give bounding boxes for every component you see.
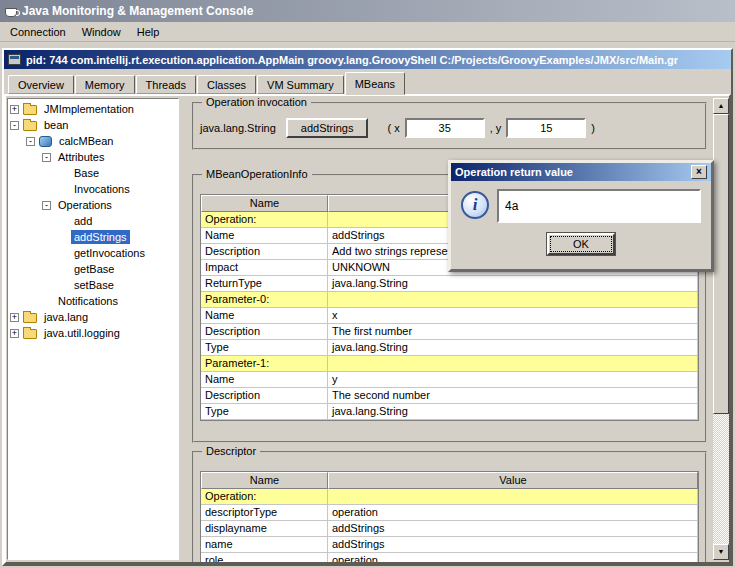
descriptor-group: Descriptor NameValueOperation:descriptor… xyxy=(192,451,707,562)
collapse-icon[interactable]: - xyxy=(42,153,51,162)
scroll-down-arrow[interactable]: ▼ xyxy=(713,544,729,560)
tab-overview[interactable]: Overview xyxy=(8,75,74,94)
table-row[interactable]: displaynameaddStrings xyxy=(201,521,698,537)
descriptor-table: NameValueOperation:descriptorTypeoperati… xyxy=(200,471,699,562)
table-row[interactable]: descriptorTypeoperation xyxy=(201,505,698,521)
table-row[interactable]: Namex xyxy=(201,308,698,324)
tree-item-add[interactable]: add xyxy=(8,213,178,229)
descriptor-title: Descriptor xyxy=(202,445,260,457)
tab-memory[interactable]: Memory xyxy=(75,75,135,94)
return-value-field[interactable] xyxy=(497,189,701,223)
tree-item-notifications[interactable]: Notifications xyxy=(8,293,178,309)
table-row[interactable]: DescriptionThe second number xyxy=(201,388,698,404)
tree-item-addstrings[interactable]: addStrings xyxy=(8,229,178,245)
param-y-input[interactable] xyxy=(506,118,586,138)
tree-spacer xyxy=(58,281,67,290)
vertical-scrollbar[interactable]: ▲ ▼ xyxy=(713,98,729,560)
tree-indent xyxy=(8,205,40,206)
info-icon xyxy=(461,191,489,219)
folder-icon xyxy=(23,313,37,323)
tree-item-java-lang[interactable]: +java.lang xyxy=(8,309,178,325)
addstrings-invoke-button-label: addStrings xyxy=(301,122,354,134)
column-header-value[interactable]: Value xyxy=(328,472,698,489)
table-row[interactable]: DescriptionThe first number xyxy=(201,324,698,340)
tree-spacer xyxy=(42,297,51,306)
cell-value: y xyxy=(328,372,698,388)
dialog-close-icon[interactable] xyxy=(691,165,707,179)
table-row[interactable]: Namey xyxy=(201,372,698,388)
column-header-name[interactable]: Name xyxy=(201,195,328,212)
return-type-label: java.lang.String xyxy=(200,122,276,134)
tree-item-label: java.util.logging xyxy=(41,326,123,340)
expand-icon[interactable]: + xyxy=(10,105,19,114)
scrollbar-thumb[interactable] xyxy=(713,114,729,414)
tab-threads[interactable]: Threads xyxy=(136,75,196,94)
table-header-row: NameValue xyxy=(201,472,698,489)
tree-item-calcmbean[interactable]: -calcMBean xyxy=(8,133,178,149)
table-row[interactable]: ReturnTypejava.lang.String xyxy=(201,276,698,292)
table-row[interactable]: Parameter-1: xyxy=(201,356,698,372)
frame-titlebar[interactable]: pid: 744 com.intellij.rt.execution.appli… xyxy=(4,50,731,69)
mbean-operation-info-title: MBeanOperationInfo xyxy=(202,168,312,180)
tab-mbeans[interactable]: MBeans xyxy=(345,72,405,95)
column-header-name[interactable]: Name xyxy=(201,472,328,489)
cell-value: addStrings xyxy=(328,521,698,537)
cell-name: Name xyxy=(201,228,328,244)
collapse-icon[interactable]: - xyxy=(42,201,51,210)
tree-indent xyxy=(8,253,56,254)
cell-name: descriptorType xyxy=(201,505,328,521)
collapse-icon[interactable]: - xyxy=(10,121,19,130)
addstrings-invoke-button[interactable]: addStrings xyxy=(286,118,369,138)
cell-name: Description xyxy=(201,324,328,340)
cell-name: Description xyxy=(201,244,328,260)
window-titlebar: Java Monitoring & Management Console xyxy=(0,0,735,22)
menu-help[interactable]: Help xyxy=(129,23,168,41)
tree-item-operations[interactable]: -Operations xyxy=(8,197,178,213)
cell-value xyxy=(328,489,698,505)
ok-button-label: OK xyxy=(550,236,612,252)
tree-item-java-util-logging[interactable]: +java.util.logging xyxy=(8,325,178,341)
tree-item-bean[interactable]: -bean xyxy=(8,117,178,133)
tab-classes[interactable]: Classes xyxy=(197,75,256,94)
table-row[interactable]: Typejava.lang.String xyxy=(201,404,698,420)
tab-vm-summary[interactable]: VM Summary xyxy=(257,75,344,94)
cell-name: Parameter-0: xyxy=(201,292,328,308)
table-row[interactable]: Parameter-0: xyxy=(201,292,698,308)
tree-item-base[interactable]: Base xyxy=(8,165,178,181)
cell-value xyxy=(328,356,698,372)
dialog-titlebar[interactable]: Operation return value xyxy=(451,163,711,181)
operation-invocation-title: Operation invocation xyxy=(202,96,311,108)
cell-name: Operation: xyxy=(201,489,328,505)
tree-item-attributes[interactable]: -Attributes xyxy=(8,149,178,165)
table-row[interactable]: Typejava.lang.String xyxy=(201,340,698,356)
paren-close-label: ) xyxy=(591,122,595,134)
tree-item-invocations[interactable]: Invocations xyxy=(8,181,178,197)
tree-item-setbase[interactable]: setBase xyxy=(8,277,178,293)
tree-indent xyxy=(8,173,56,174)
collapse-icon[interactable]: - xyxy=(26,137,35,146)
cell-value: operation xyxy=(328,505,698,521)
expand-icon[interactable]: + xyxy=(10,329,19,338)
scroll-up-arrow[interactable]: ▲ xyxy=(713,98,729,114)
tree-item-label: getInvocations xyxy=(71,246,148,260)
table-row[interactable]: roleoperation xyxy=(201,553,698,562)
window-title: Java Monitoring & Management Console xyxy=(22,4,253,18)
cell-name: Name xyxy=(201,308,328,324)
table-row[interactable]: Operation: xyxy=(201,489,698,505)
frame-icon xyxy=(8,54,21,65)
menu-connection[interactable]: Connection xyxy=(2,23,74,41)
param-x-input[interactable] xyxy=(405,118,485,138)
operation-return-dialog: Operation return value OK xyxy=(448,160,714,272)
cell-name: role xyxy=(201,553,328,562)
tree-item-getbase[interactable]: getBase xyxy=(8,261,178,277)
tree-indent xyxy=(8,157,40,158)
menu-window[interactable]: Window xyxy=(74,23,129,41)
ok-button[interactable]: OK xyxy=(547,233,615,255)
tree-item-getinvocations[interactable]: getInvocations xyxy=(8,245,178,261)
expand-icon[interactable]: + xyxy=(10,313,19,322)
paren-open-label: ( x xyxy=(387,122,399,134)
tree-item-jmimplementation[interactable]: +JMImplementation xyxy=(8,101,178,117)
tree-indent xyxy=(8,301,40,302)
tree-spacer xyxy=(58,185,67,194)
table-row[interactable]: nameaddStrings xyxy=(201,537,698,553)
